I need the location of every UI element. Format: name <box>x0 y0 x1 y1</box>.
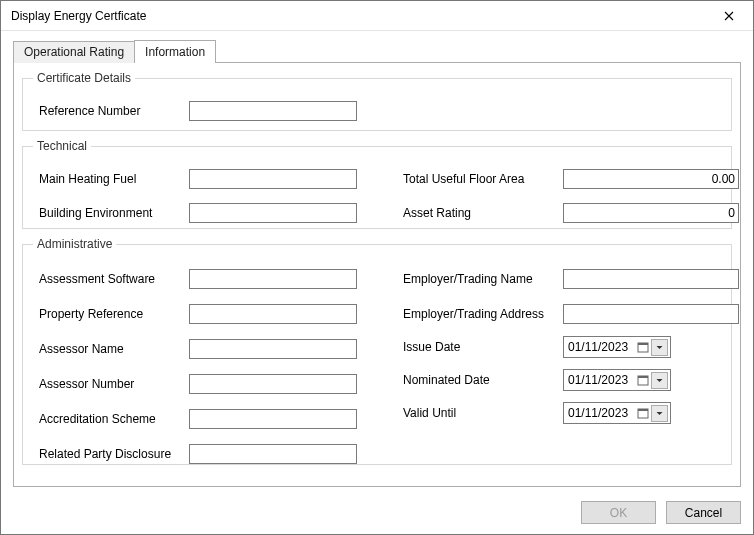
reference-number-label: Reference Number <box>39 104 189 118</box>
calendar-icon <box>637 407 649 419</box>
building-environment-label: Building Environment <box>39 206 189 220</box>
nominated-date-picker[interactable]: 01/11/2023 <box>563 369 671 391</box>
assessor-number-label: Assessor Number <box>39 377 189 391</box>
group-technical-legend: Technical <box>33 139 91 153</box>
assessment-software-input[interactable] <box>189 269 357 289</box>
dialog-window: Display Energy Certficate Operational Ra… <box>0 0 754 535</box>
dialog-buttons: OK Cancel <box>581 501 741 524</box>
assessor-number-input[interactable] <box>189 374 357 394</box>
issue-date-value: 01/11/2023 <box>568 340 628 354</box>
chevron-down-icon <box>656 410 663 417</box>
chevron-down-icon <box>656 344 663 351</box>
chevron-down-icon <box>656 377 663 384</box>
tab-information[interactable]: Information <box>134 40 216 63</box>
close-button[interactable] <box>706 2 751 30</box>
nominated-date-dropdown-button[interactable] <box>651 372 668 389</box>
related-party-disclosure-label: Related Party Disclosure <box>39 447 189 461</box>
property-reference-input[interactable] <box>189 304 357 324</box>
tab-page-information: Certificate Details Reference Number Tec… <box>13 62 741 487</box>
employer-trading-address-input[interactable] <box>563 304 739 324</box>
reference-number-input[interactable] <box>189 101 357 121</box>
employer-trading-name-label: Employer/Trading Name <box>403 272 563 286</box>
calendar-icon <box>637 341 649 353</box>
group-technical: Technical Main Heating Fuel Building Env… <box>22 139 732 229</box>
tabstrip: Operational Rating Information <box>13 39 741 62</box>
assessor-name-input[interactable] <box>189 339 357 359</box>
group-administrative: Administrative Assessment Software Prope… <box>22 237 732 465</box>
titlebar: Display Energy Certficate <box>1 1 753 31</box>
valid-until-label: Valid Until <box>403 406 563 420</box>
issue-date-dropdown-button[interactable] <box>651 339 668 356</box>
group-certificate-details-legend: Certificate Details <box>33 71 135 85</box>
asset-rating-label: Asset Rating <box>403 206 563 220</box>
cancel-button[interactable]: Cancel <box>666 501 741 524</box>
accreditation-scheme-label: Accreditation Scheme <box>39 412 189 426</box>
group-certificate-details: Certificate Details Reference Number <box>22 71 732 131</box>
assessment-software-label: Assessment Software <box>39 272 189 286</box>
employer-trading-name-input[interactable] <box>563 269 739 289</box>
valid-until-picker[interactable]: 01/11/2023 <box>563 402 671 424</box>
close-icon <box>724 11 734 21</box>
employer-trading-address-label: Employer/Trading Address <box>403 307 563 321</box>
window-title: Display Energy Certficate <box>11 9 146 23</box>
content-area: Operational Rating Information Certifica… <box>13 39 741 486</box>
total-useful-floor-area-label: Total Useful Floor Area <box>403 172 563 186</box>
total-useful-floor-area-input[interactable] <box>563 169 739 189</box>
ok-button: OK <box>581 501 656 524</box>
accreditation-scheme-input[interactable] <box>189 409 357 429</box>
asset-rating-input[interactable] <box>563 203 739 223</box>
nominated-date-value: 01/11/2023 <box>568 373 628 387</box>
building-environment-input[interactable] <box>189 203 357 223</box>
issue-date-label: Issue Date <box>403 340 563 354</box>
valid-until-value: 01/11/2023 <box>568 406 628 420</box>
svg-rect-3 <box>638 376 648 378</box>
nominated-date-label: Nominated Date <box>403 373 563 387</box>
related-party-disclosure-input[interactable] <box>189 444 357 464</box>
tab-operational-rating[interactable]: Operational Rating <box>13 41 135 63</box>
valid-until-dropdown-button[interactable] <box>651 405 668 422</box>
calendar-icon <box>637 374 649 386</box>
svg-rect-1 <box>638 343 648 345</box>
main-heating-fuel-label: Main Heating Fuel <box>39 172 189 186</box>
issue-date-picker[interactable]: 01/11/2023 <box>563 336 671 358</box>
main-heating-fuel-input[interactable] <box>189 169 357 189</box>
property-reference-label: Property Reference <box>39 307 189 321</box>
svg-rect-5 <box>638 409 648 411</box>
group-administrative-legend: Administrative <box>33 237 116 251</box>
assessor-name-label: Assessor Name <box>39 342 189 356</box>
